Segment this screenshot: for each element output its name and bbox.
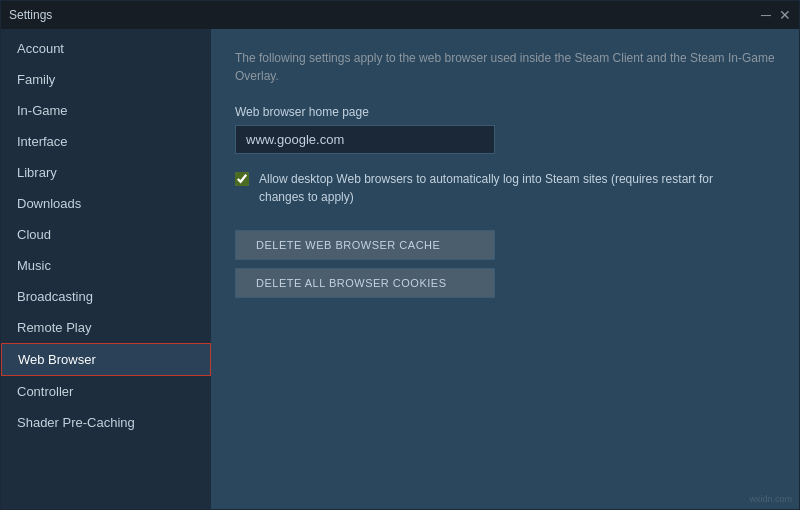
home-page-label: Web browser home page (235, 105, 775, 119)
sidebar-item-web-browser[interactable]: Web Browser (1, 343, 211, 376)
auto-login-checkbox[interactable] (235, 172, 249, 186)
window-title: Settings (9, 8, 52, 22)
sidebar-item-interface[interactable]: Interface (1, 126, 211, 157)
sidebar-item-shader-pre-caching[interactable]: Shader Pre-Caching (1, 407, 211, 438)
main-panel: The following settings apply to the web … (211, 29, 799, 509)
description-text: The following settings apply to the web … (235, 49, 775, 85)
close-button[interactable]: ✕ (779, 8, 791, 22)
minimize-button[interactable]: ─ (761, 8, 771, 22)
sidebar-item-broadcasting[interactable]: Broadcasting (1, 281, 211, 312)
sidebar-item-account[interactable]: Account (1, 33, 211, 64)
titlebar-controls: ─ ✕ (761, 8, 791, 22)
sidebar-item-family[interactable]: Family (1, 64, 211, 95)
main-content: AccountFamilyIn-GameInterfaceLibraryDown… (1, 29, 799, 509)
checkbox-row: Allow desktop Web browsers to automatica… (235, 170, 735, 206)
checkbox-label[interactable]: Allow desktop Web browsers to automatica… (259, 170, 735, 206)
sidebar-item-controller[interactable]: Controller (1, 376, 211, 407)
sidebar-item-library[interactable]: Library (1, 157, 211, 188)
settings-window: Settings ─ ✕ AccountFamilyIn-GameInterfa… (0, 0, 800, 510)
watermark: wxidn.com (749, 494, 792, 504)
sidebar-item-music[interactable]: Music (1, 250, 211, 281)
sidebar-item-cloud[interactable]: Cloud (1, 219, 211, 250)
delete-cache-button[interactable]: DELETE WEB BROWSER CACHE (235, 230, 495, 260)
sidebar-item-in-game[interactable]: In-Game (1, 95, 211, 126)
sidebar-item-downloads[interactable]: Downloads (1, 188, 211, 219)
sidebar: AccountFamilyIn-GameInterfaceLibraryDown… (1, 29, 211, 509)
delete-cookies-button[interactable]: DELETE ALL BROWSER COOKIES (235, 268, 495, 298)
titlebar: Settings ─ ✕ (1, 1, 799, 29)
home-page-input[interactable] (235, 125, 495, 154)
sidebar-item-remote-play[interactable]: Remote Play (1, 312, 211, 343)
